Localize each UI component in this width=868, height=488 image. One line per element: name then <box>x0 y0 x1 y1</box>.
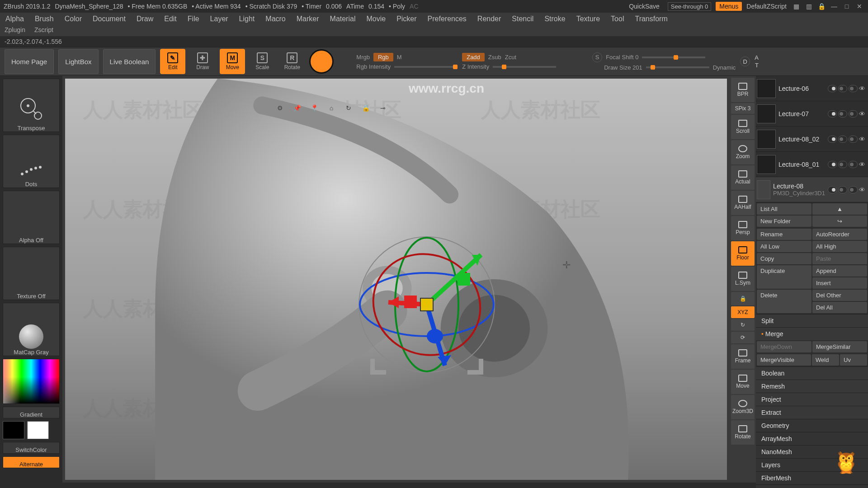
close-icon[interactable]: ✕ <box>854 1 864 11</box>
merge-section[interactable]: Merge <box>756 327 868 340</box>
material-slot[interactable]: MatCap Gray <box>3 303 60 356</box>
quicksave-button[interactable]: QuickSave <box>625 2 663 11</box>
key-icon[interactable]: ⊸ <box>376 101 390 115</box>
subtool-row[interactable]: Lecture-06 👁 <box>756 76 868 101</box>
axis-y-icon[interactable]: ↻ <box>731 319 755 331</box>
transpose-brush[interactable]: Transpose <box>3 79 60 132</box>
menu-tool[interactable]: Tool <box>610 14 625 24</box>
menu-macro[interactable]: Macro <box>264 14 286 24</box>
up-arrow-button[interactable]: ▲ <box>812 203 867 215</box>
remesh-section[interactable]: Remesh <box>756 380 868 393</box>
arraymesh-section[interactable]: ArrayMesh <box>756 432 868 445</box>
delall-button[interactable]: Del All <box>812 302 867 313</box>
color-picker[interactable] <box>3 359 60 404</box>
subtool-row[interactable]: Lecture-07 👁 <box>756 101 868 127</box>
menu-zplugin[interactable]: Zplugin <box>5 26 25 33</box>
poly-toggle[interactable] <box>838 110 847 117</box>
allhigh-button[interactable]: All High <box>812 241 867 252</box>
alllow-button[interactable]: All Low <box>757 241 811 252</box>
vis-toggle[interactable] <box>828 110 837 117</box>
menu-file[interactable]: File <box>187 14 200 24</box>
append-button[interactable]: Append <box>812 265 867 277</box>
t-label[interactable]: T <box>755 62 759 69</box>
menu-document[interactable]: Document <box>92 14 127 24</box>
menu-edit[interactable]: Edit <box>163 14 178 24</box>
scroll-button[interactable]: Scroll <box>731 115 755 139</box>
delother-button[interactable]: Del Other <box>812 290 867 301</box>
transform-gizmo[interactable] <box>345 223 508 386</box>
subtool-row[interactable]: Lecture-08_01 👁 <box>756 152 868 177</box>
swatch-white[interactable] <box>27 421 49 439</box>
menu-movie[interactable]: Movie <box>365 14 387 24</box>
maximize-icon[interactable]: □ <box>842 1 852 11</box>
geometryhd-section[interactable]: Geometry HD <box>756 484 868 488</box>
draw-size-slider[interactable] <box>646 66 709 68</box>
scale-mode[interactable]: SScale <box>250 49 275 74</box>
newfolder-button[interactable]: New Folder <box>757 216 811 227</box>
s-icon[interactable]: S <box>592 52 602 62</box>
menu-light[interactable]: Light <box>238 14 256 24</box>
mergedown-button[interactable]: MergeDown <box>757 341 811 352</box>
eye-icon[interactable]: 👁 <box>859 110 865 117</box>
lock-icon[interactable]: 🔒 <box>816 1 826 11</box>
gradient-button[interactable]: Gradient <box>3 407 60 418</box>
home-icon[interactable]: ⌂ <box>325 101 338 115</box>
split-section[interactable]: Split <box>756 314 868 327</box>
folder-arrow-button[interactable]: ↪ <box>812 216 867 227</box>
alpha-slot[interactable]: Alpha Off <box>3 191 60 244</box>
menu-color[interactable]: Color <box>64 14 83 24</box>
menu-render[interactable]: Render <box>476 14 502 24</box>
vis-toggle[interactable] <box>828 161 837 168</box>
zoom-button[interactable]: Zoom <box>731 140 755 164</box>
marker-icon[interactable]: 📍 <box>307 101 321 115</box>
eye-icon[interactable]: 👁 <box>859 136 865 143</box>
menu-material[interactable]: Material <box>329 14 357 24</box>
dynamic-label[interactable]: Dynamic <box>713 64 736 71</box>
eye-icon[interactable]: 👁 <box>859 186 865 193</box>
reset-icon[interactable]: ↻ <box>342 101 355 115</box>
z-intensity-slider[interactable] <box>493 66 556 68</box>
bpr-button[interactable]: BPR <box>731 78 755 102</box>
listall-button[interactable]: List All <box>757 203 811 215</box>
copy-button[interactable]: Copy <box>757 253 811 264</box>
pin-icon[interactable]: 📌 <box>290 101 304 115</box>
menus-button[interactable]: Menus <box>716 2 742 11</box>
poly-toggle[interactable] <box>838 85 847 92</box>
menu-layer[interactable]: Layer <box>209 14 229 24</box>
frame-button[interactable]: Frame <box>731 344 755 369</box>
lightbox-button[interactable]: LightBox <box>58 49 98 74</box>
menu-brush[interactable]: Brush <box>34 14 55 24</box>
weld-button[interactable]: Weld <box>812 354 839 366</box>
vis-toggle[interactable] <box>828 136 837 143</box>
menu-stroke[interactable]: Stroke <box>543 14 566 24</box>
paint-toggle[interactable] <box>849 186 858 193</box>
boolean-section[interactable]: Boolean <box>756 366 868 380</box>
menu-texture[interactable]: Texture <box>576 14 601 24</box>
poly-toggle[interactable] <box>838 161 847 168</box>
alternate-button[interactable]: Alternate <box>3 456 60 468</box>
uv-button[interactable]: Uv <box>840 354 867 366</box>
zcut-label[interactable]: Zcut <box>505 54 516 61</box>
poly-toggle[interactable] <box>838 186 847 193</box>
rename-button[interactable]: Rename <box>757 229 811 240</box>
gear-icon[interactable]: ⚙ <box>273 101 287 115</box>
zoom3d-button[interactable]: Zoom3D <box>731 395 755 419</box>
mergesimilar-button[interactable]: MergeSimilar <box>812 341 867 352</box>
menu-marker[interactable]: Marker <box>296 14 320 24</box>
paint-toggle[interactable] <box>849 85 858 92</box>
menu-preferences[interactable]: Preferences <box>427 14 467 24</box>
paint-toggle[interactable] <box>849 161 858 168</box>
rgb-intensity-slider[interactable] <box>394 66 458 68</box>
vis-toggle[interactable] <box>828 186 837 193</box>
menu-transform[interactable]: Transform <box>634 14 668 24</box>
axis-z-icon[interactable]: ⟳ <box>731 332 755 343</box>
texture-slot[interactable]: Texture Off <box>3 247 60 300</box>
autoreorder-button[interactable]: AutoReorder <box>812 229 867 240</box>
draw-mode[interactable]: ✚Draw <box>190 49 215 74</box>
poly-toggle[interactable] <box>838 136 847 143</box>
swatch-black[interactable] <box>3 421 24 439</box>
zadd-toggle[interactable]: Zadd <box>462 53 485 61</box>
menu-picker[interactable]: Picker <box>396 14 417 24</box>
paint-toggle[interactable] <box>849 110 858 117</box>
layout-icon[interactable]: ▦ <box>791 1 801 11</box>
